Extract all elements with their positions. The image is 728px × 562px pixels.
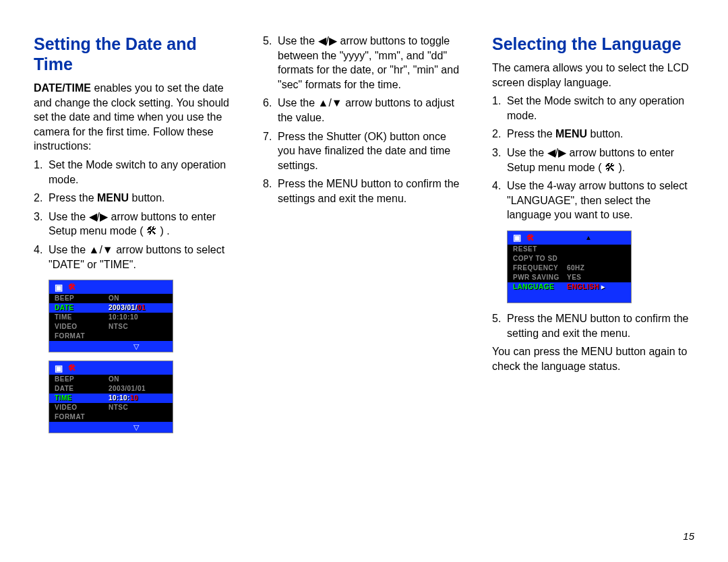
lcd-menu-row: VIDEONTSC (49, 403, 173, 412)
tools-icon: 🛠 (68, 364, 75, 372)
lcd-header: ▣ 🛠 ▲ (508, 231, 631, 245)
intro-language: The camera allows you to select the LCD … (492, 61, 694, 90)
steps-language-2: Press the MENU button to confirm the set… (492, 311, 694, 340)
column-1: Setting the Date and Time DATE/TIME enab… (34, 34, 236, 441)
lcd-menu-row: TIME10:10:10 (49, 313, 173, 322)
steps-date-time-2: Use the ◀/▶ arrow buttons to toggle betw… (263, 34, 465, 206)
step-item: Use the ◀/▶ arrow buttons to toggle betw… (263, 34, 465, 92)
lcd-menu-row: DATE2003/01/01 (49, 384, 173, 394)
lcd-menu-row: RESET (508, 245, 631, 254)
triangle-down-icon: ▽ (133, 341, 139, 352)
lcd-menu-row: BEEPON (49, 375, 173, 384)
lcd-screen-time: ▣ 🛠 BEEPONDATE2003/01/01TIME10:10:10VIDE… (49, 361, 173, 433)
lcd-menu-row: PWR SAVINGYES (508, 273, 631, 282)
lcd-menu-row: FREQUENCY60HZ (508, 263, 631, 273)
lcd-footer: ▽ (49, 341, 173, 352)
heading-date-time: Setting the Date and Time (34, 34, 236, 74)
step-item: Press the MENU button to confirm the set… (492, 311, 694, 340)
lcd-menu-row: COPY TO SD (508, 254, 631, 263)
camera-icon: ▣ (55, 283, 63, 292)
triangle-up-icon: ▲ (585, 235, 592, 241)
triangle-down-icon: ▽ (133, 422, 139, 433)
lcd-screen-date: ▣ 🛠 BEEPONDATE2003/01/01TIME10:10:10VIDE… (49, 280, 173, 352)
lcd-menu-row: TIME10:10:10 (49, 394, 173, 403)
step-item: Set the Mode switch to any operation mod… (34, 158, 236, 187)
lcd-screen-language: ▣ 🛠 ▲ RESETCOPY TO SDFREQUENCY60HZPWR SA… (507, 230, 632, 303)
camera-icon: ▣ (513, 233, 521, 242)
lcd-menu-row: LANGUAGEENGLISH ▸ (508, 282, 631, 292)
lcd-menu-row: VIDEONTSC (49, 322, 173, 332)
lcd-header: ▣ 🛠 (49, 280, 173, 294)
lcd-menu-row: DATE2003/01/01 (49, 303, 173, 313)
step-item: Use the ◀/▶ arrow buttons to enter Setup… (34, 210, 236, 239)
lcd-menu-row: BEEPON (49, 294, 173, 303)
step-item: Press the Shutter (OK) button once you h… (263, 129, 465, 173)
step-item: Press the MENU button. (492, 127, 694, 142)
steps-date-time-1: Set the Mode switch to any operation mod… (34, 158, 236, 272)
step-item: Press the MENU button to confirm the set… (263, 177, 465, 206)
step-item: Set the Mode switch to any operation mod… (492, 94, 694, 123)
lcd-footer (508, 292, 631, 303)
column-2: Use the ◀/▶ arrow buttons to toggle betw… (263, 34, 465, 441)
step-item: Use the ◀/▶ arrow buttons to enter Setup… (492, 146, 694, 175)
tail-language: You can press the MENU button again to c… (492, 344, 694, 373)
lcd-menu-row: FORMAT (49, 332, 173, 341)
tools-icon: 🛠 (68, 283, 75, 291)
step-item: Use the 4-way arrow buttons to select "L… (492, 179, 694, 222)
column-3: Selecting the Language The camera allows… (492, 34, 694, 441)
lcd-menu-row: FORMAT (49, 412, 173, 422)
heading-language: Selecting the Language (492, 34, 694, 54)
page-number: 15 (683, 530, 694, 542)
step-item: Use the ▲/▼ arrow buttons to adjust the … (263, 96, 465, 125)
step-item: Press the MENU button. (34, 191, 236, 206)
page-columns: Setting the Date and Time DATE/TIME enab… (34, 34, 694, 441)
intro-date-time: DATE/TIME enables you to set the date an… (34, 81, 236, 154)
lcd-footer: ▽ (49, 422, 173, 433)
tools-icon: 🛠 (526, 234, 533, 242)
step-item: Use the ▲/▼ arrow buttons to select "DAT… (34, 243, 236, 272)
camera-icon: ▣ (55, 364, 63, 373)
steps-language-1: Set the Mode switch to any operation mod… (492, 94, 694, 222)
lcd-header: ▣ 🛠 (49, 361, 173, 375)
